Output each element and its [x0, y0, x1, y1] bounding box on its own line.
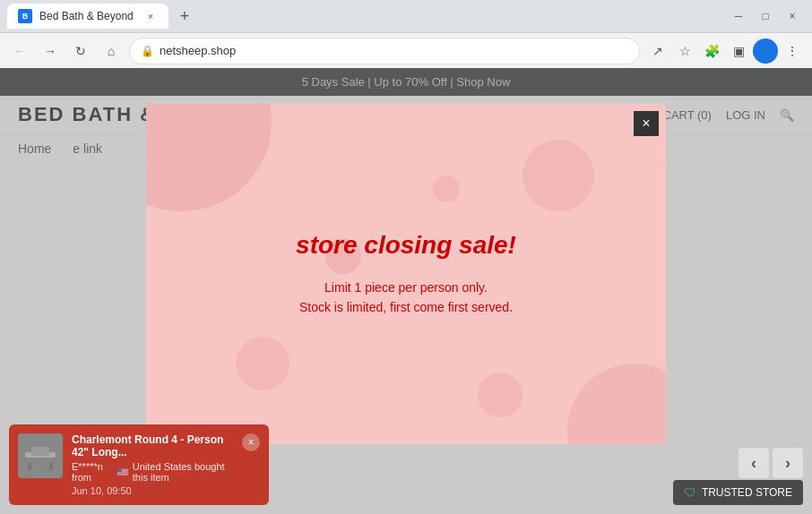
toast-product-image	[18, 433, 63, 478]
reload-button[interactable]: ↻	[68, 39, 93, 64]
menu-icon[interactable]: ⋮	[780, 39, 805, 64]
modal-close-button[interactable]: ×	[634, 111, 659, 136]
toast-product-title: Charlemont Round 4 - Person 42" Long...	[72, 433, 233, 458]
svg-rect-3	[49, 463, 53, 470]
toast-content: Charlemont Round 4 - Person 42" Long... …	[72, 433, 233, 496]
sidebar-icon[interactable]: ▣	[726, 39, 751, 64]
modal-body: store closing sale! Limit 1 piece per pe…	[278, 213, 534, 336]
store-closing-modal: × store closing sale! Limit 1 piece per …	[146, 104, 666, 444]
svg-rect-2	[28, 463, 31, 470]
modal-subtitle-line1: Limit 1 piece per person only.	[296, 278, 516, 297]
toast-timestamp: Jun 10, 09:50	[72, 485, 233, 496]
tab-title: Bed Bath & Beyond	[39, 10, 136, 22]
close-window-button[interactable]: ×	[780, 4, 805, 29]
extensions-icon[interactable]: 🧩	[699, 39, 724, 64]
toast-country: United States bought this item	[133, 461, 233, 483]
shield-icon: 🛡	[684, 485, 696, 500]
toast-close-button[interactable]: ×	[242, 433, 260, 451]
website-content: 5 Days Sale | Up to 70% Off | Shop Now B…	[0, 68, 812, 514]
modal-title: store closing sale!	[296, 231, 516, 260]
lock-icon: 🔒	[141, 45, 154, 57]
maximize-button[interactable]: □	[753, 4, 778, 29]
tab-favicon: B	[18, 9, 32, 23]
scroll-arrows: ‹ ›	[739, 448, 803, 478]
svg-rect-4	[31, 447, 49, 456]
toolbar-actions: ↗ ☆ 🧩 ▣ 👤 ⋮	[645, 39, 805, 64]
new-tab-button[interactable]: +	[172, 4, 197, 29]
toast-buyer-name: E*****n from	[72, 461, 113, 483]
toast-flag: 🇺🇸	[117, 467, 129, 478]
profile-icon[interactable]: 👤	[753, 39, 778, 64]
window-controls: ─ □ ×	[726, 4, 805, 29]
share-icon[interactable]: ↗	[645, 39, 670, 64]
browser-toolbar: ← → ↻ ⌂ 🔒 netsheep.shop ↗ ☆ 🧩 ▣ 👤 ⋮	[0, 32, 812, 68]
browser-chrome: B Bed Bath & Beyond × + ─ □ × ← → ↻ ⌂ 🔒 …	[0, 0, 812, 68]
scroll-left-button[interactable]: ‹	[739, 448, 769, 478]
modal-subtitle-line2: Stock is limited, first come first serve…	[296, 297, 516, 317]
scroll-right-button[interactable]: ›	[773, 448, 803, 478]
back-button[interactable]: ←	[7, 39, 32, 64]
address-bar[interactable]: 🔒 netsheep.shop	[129, 38, 640, 64]
bookmark-icon[interactable]: ☆	[672, 39, 697, 64]
minimize-button[interactable]: ─	[726, 4, 751, 29]
active-tab[interactable]: B Bed Bath & Beyond ×	[7, 4, 168, 29]
tab-bar: B Bed Bath & Beyond × + ─ □ ×	[0, 0, 812, 32]
purchase-toast: Charlemont Round 4 - Person 42" Long... …	[9, 424, 269, 505]
tab-close-button[interactable]: ×	[143, 9, 158, 23]
forward-button[interactable]: →	[38, 39, 63, 64]
home-button[interactable]: ⌂	[99, 39, 124, 64]
url-text: netsheep.shop	[160, 44, 628, 57]
modal-subtitle: Limit 1 piece per person only. Stock is …	[296, 278, 516, 318]
trusted-store-label: TRUSTED STORE	[702, 486, 792, 499]
toast-buyer-info: E*****n from 🇺🇸 United States bought thi…	[72, 461, 233, 483]
trusted-store-badge: 🛡 TRUSTED STORE	[673, 480, 803, 505]
favicon-text: B	[22, 12, 29, 21]
